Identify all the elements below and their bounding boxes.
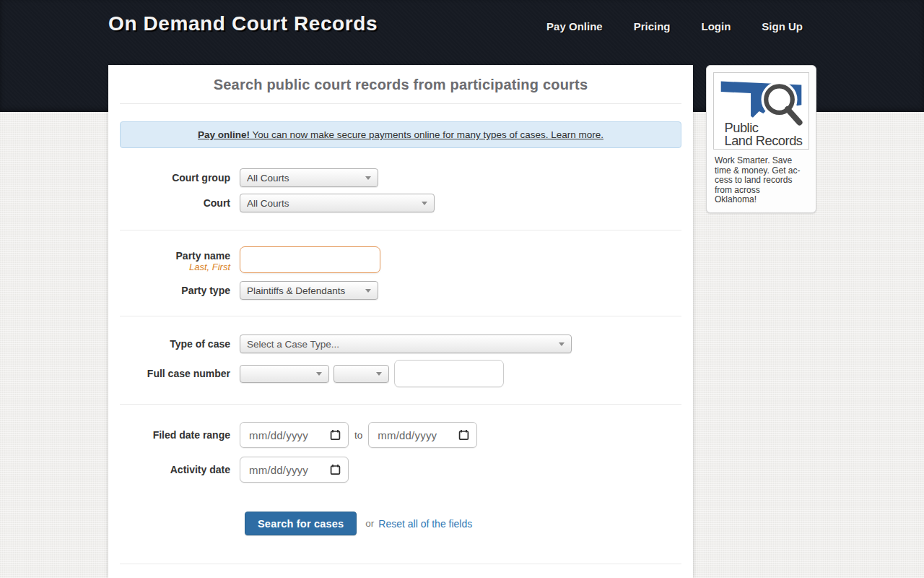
site-logo[interactable]: On Demand Court Records (108, 13, 378, 35)
top-nav: Pay Online Pricing Login Sign Up (546, 13, 816, 33)
search-panel: Search public court records from partici… (108, 65, 693, 578)
filed-date-label: Filed date range (119, 429, 240, 441)
party-name-label: Party name (119, 250, 230, 262)
activity-date-input[interactable]: mm/dd/yyyy (240, 457, 349, 483)
date-placeholder: mm/dd/yyyy (249, 464, 330, 476)
case-type-value: Select a Case Type... (247, 339, 553, 350)
calendar-icon[interactable] (458, 429, 469, 441)
nav-login[interactable]: Login (702, 20, 731, 33)
court-label: Court (119, 197, 240, 209)
actions-row: Search for cases or Reset all of the fie… (108, 512, 693, 535)
case-number-input[interactable] (394, 360, 504, 387)
court-select[interactable]: All Courts (240, 194, 435, 212)
divider (120, 404, 681, 405)
chevron-down-icon (316, 372, 322, 376)
court-group-label: Court group (119, 172, 240, 184)
case-type-label: Type of case (119, 338, 240, 350)
filed-date-row: Filed date range mm/dd/yyyy to mm/dd/yyy… (108, 422, 693, 448)
party-type-label: Party type (119, 285, 240, 296)
date-placeholder: mm/dd/yyyy (249, 429, 330, 441)
date-range-separator: to (354, 430, 362, 441)
case-number-type-select[interactable] (240, 365, 329, 383)
party-type-row: Party type Plaintiffs & Defendants (108, 281, 693, 300)
case-number-row: Full case number (108, 360, 693, 387)
search-for-cases-button[interactable]: Search for cases (245, 512, 357, 535)
page-title: Search public court records from partici… (108, 65, 693, 103)
pay-online-notice-link[interactable]: Pay online! You can now make secure paym… (198, 129, 603, 140)
chevron-down-icon (376, 372, 382, 376)
case-number-year-select[interactable] (334, 365, 389, 383)
court-group-row: Court group All Courts (108, 168, 693, 187)
court-value: All Courts (247, 198, 416, 209)
chevron-down-icon (559, 342, 565, 346)
plr-description: Work Smarter. Save time & money. Get ac-… (713, 156, 809, 205)
court-group-value: All Courts (247, 173, 359, 184)
case-type-row: Type of case Select a Case Type... (108, 335, 693, 353)
filed-date-end-input[interactable]: mm/dd/yyyy (368, 422, 477, 448)
nav-sign-up[interactable]: Sign Up (762, 20, 803, 33)
divider (120, 103, 681, 104)
filed-date-start-input[interactable]: mm/dd/yyyy (240, 422, 349, 448)
oklahoma-search-icon: Public Land Records (715, 74, 807, 147)
nav-pricing[interactable]: Pricing (634, 20, 671, 33)
date-placeholder: mm/dd/yyyy (378, 429, 458, 441)
divider (120, 230, 681, 230)
case-type-select[interactable]: Select a Case Type... (240, 335, 572, 353)
plr-wordmark-line2: Land Records (725, 133, 803, 147)
activity-date-label: Activity date (119, 464, 240, 475)
party-name-row: Party name Last, First (108, 246, 693, 273)
party-type-select[interactable]: Plaintiffs & Defendants (240, 281, 378, 300)
calendar-icon[interactable] (330, 464, 341, 475)
sidebar: Public Land Records Work Smarter. Save t… (706, 65, 816, 213)
divider (120, 564, 681, 564)
public-land-records-logo: Public Land Records (713, 72, 809, 150)
party-name-label-block: Party name Last, First (119, 246, 240, 273)
notice-lead-text: Pay online! (198, 129, 250, 140)
divider (120, 316, 681, 316)
pay-online-notice: Pay online! You can now make secure paym… (120, 121, 681, 148)
party-type-value: Plaintiffs & Defendants (247, 285, 359, 296)
or-text: or (365, 518, 374, 529)
chevron-down-icon (365, 289, 371, 293)
court-group-select[interactable]: All Courts (240, 168, 378, 187)
chevron-down-icon (422, 202, 427, 205)
notice-body-text: You can now make secure payments online … (250, 129, 603, 140)
chevron-down-icon (365, 176, 371, 180)
public-land-records-ad[interactable]: Public Land Records Work Smarter. Save t… (706, 65, 816, 213)
party-name-input[interactable] (240, 246, 380, 273)
reset-fields-link[interactable]: Reset all of the fields (378, 518, 472, 530)
calendar-icon[interactable] (330, 429, 341, 441)
court-row: Court All Courts (108, 194, 693, 212)
party-name-hint: Last, First (119, 262, 230, 273)
case-number-label: Full case number (119, 368, 240, 379)
nav-pay-online[interactable]: Pay Online (546, 20, 603, 33)
activity-date-row: Activity date mm/dd/yyyy (108, 457, 693, 483)
